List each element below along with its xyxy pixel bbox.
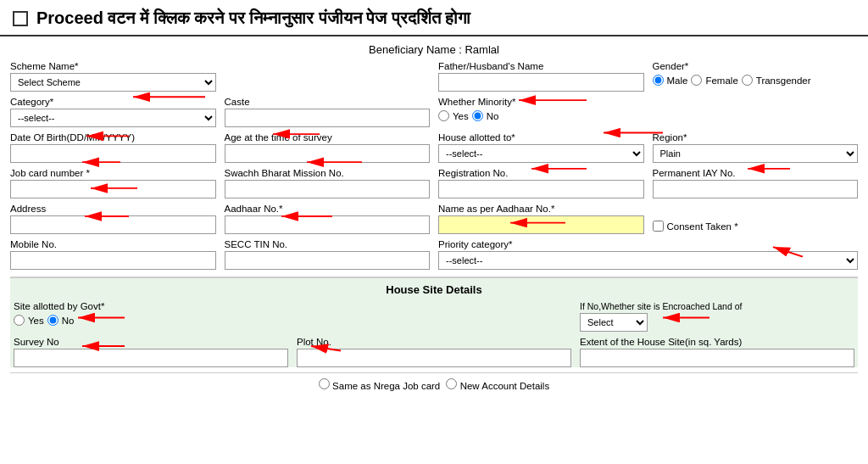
encroached-select[interactable]: Select: [580, 313, 648, 332]
consent-group: Consent Taken *: [653, 204, 859, 234]
job-card-input[interactable]: [10, 180, 216, 198]
new-account-radio[interactable]: [446, 378, 457, 389]
minority-no-radio[interactable]: [472, 110, 483, 121]
nrega-radio[interactable]: [319, 378, 330, 389]
house-site-title: House Site Details: [10, 283, 858, 296]
gender-male-label: Male: [667, 75, 688, 86]
site-yes-label: Yes: [28, 316, 44, 326]
scheme-name-label: Scheme Name*: [10, 61, 216, 71]
minority-no-label: No: [487, 111, 499, 121]
consent-label: Consent Taken *: [667, 221, 738, 232]
registration-group: Registration No.: [438, 168, 644, 198]
gender-male-radio[interactable]: [653, 75, 664, 86]
header-title: Proceed वटन में क्लिक करने पर निम्नानुसा…: [36, 8, 471, 28]
registration-input[interactable]: [438, 180, 644, 198]
father-name-group: Father/Husband's Name: [438, 61, 644, 92]
gender-transgender-radio[interactable]: [742, 75, 753, 86]
extent-input[interactable]: [580, 349, 854, 367]
category-label: Category*: [10, 97, 216, 107]
swachh-input[interactable]: [225, 180, 431, 198]
caste-input[interactable]: [225, 109, 431, 127]
category-select[interactable]: --select--: [10, 109, 216, 127]
encroached-group: If No,Whether site is Encroached Land of…: [580, 301, 854, 332]
site-allotted-no-radio[interactable]: [47, 315, 58, 326]
priority-select[interactable]: --select--: [438, 251, 858, 270]
scheme-name-group: Scheme Name* Select Scheme: [10, 61, 216, 92]
plot-no-input[interactable]: [297, 349, 571, 367]
swachh-group: Swachh Bharat Mission No.: [225, 168, 431, 198]
spacer1: [225, 61, 431, 92]
father-name-input[interactable]: [438, 73, 644, 92]
site-allotted-label: Site allotted by Govt*: [14, 301, 288, 311]
gender-female-label: Female: [705, 75, 737, 86]
site-allotted-group: Site allotted by Govt* Yes No: [14, 301, 288, 332]
house-site-grid: Site allotted by Govt* Yes No If No,Whet…: [10, 301, 858, 367]
age-group: Age at the time of survey: [225, 132, 431, 163]
minority-label: Whether Minority*: [438, 97, 644, 107]
nrega-label: Same as Nrega Job card: [332, 381, 440, 391]
form-grid: Scheme Name* Select Scheme Father/Husban…: [10, 61, 858, 270]
gender-female-radio[interactable]: [691, 75, 702, 86]
dob-input[interactable]: [10, 144, 216, 163]
region-label: Region*: [653, 132, 859, 143]
father-name-label: Father/Husband's Name: [438, 61, 644, 71]
name-aadhaar-group: Name as per Aadhaar No.*: [438, 204, 644, 234]
swachh-label: Swachh Bharat Mission No.: [225, 168, 431, 178]
age-label: Age at the time of survey: [225, 132, 431, 143]
consent-row: Consent Taken *: [653, 221, 859, 232]
header-checkbox: [13, 11, 28, 26]
address-label: Address: [10, 204, 216, 214]
house-allotted-label: House allotted to*: [438, 132, 644, 143]
house-allotted-group: House allotted to* --select--: [438, 132, 644, 163]
header-section: Proceed वटन में क्लिक करने पर निम्नानुसा…: [0, 0, 868, 36]
spacer3: [297, 301, 571, 332]
priority-label: Priority category*: [438, 239, 858, 249]
address-input[interactable]: [10, 215, 216, 234]
permanent-iay-input[interactable]: [653, 180, 859, 198]
job-card-group: Job card number *: [10, 168, 216, 198]
registration-label: Registration No.: [438, 168, 644, 178]
age-input[interactable]: [225, 144, 431, 163]
aadhaar-label: Aadhaar No.*: [225, 204, 431, 214]
scheme-name-select[interactable]: Select Scheme: [10, 73, 216, 92]
minority-radio-group: Yes No: [438, 109, 644, 121]
house-site-section: House Site Details: [10, 277, 858, 367]
job-card-label: Job card number *: [10, 168, 216, 178]
secc-group: SECC TIN No.: [225, 239, 431, 270]
mobile-input[interactable]: [10, 251, 216, 270]
priority-group: Priority category* --select--: [438, 239, 858, 270]
name-aadhaar-input[interactable]: [438, 215, 644, 234]
site-no-label: No: [62, 316, 75, 326]
extent-group: Extent of the House Site(in sq. Yards): [580, 337, 854, 367]
secc-input[interactable]: [225, 251, 431, 270]
mobile-label: Mobile No.: [10, 239, 216, 249]
category-group: Category* --select--: [10, 97, 216, 127]
caste-group: Caste: [225, 97, 431, 127]
minority-yes-label: Yes: [453, 111, 469, 121]
region-select[interactable]: Plain: [653, 144, 859, 163]
aadhaar-group: Aadhaar No.*: [225, 204, 431, 234]
house-allotted-select[interactable]: --select--: [438, 144, 644, 163]
minority-group: Whether Minority* Yes No: [438, 97, 644, 127]
new-account-label: New Account Details: [460, 381, 549, 391]
site-allotted-radio-group: Yes No: [14, 313, 288, 326]
name-aadhaar-label: Name as per Aadhaar No.*: [438, 204, 644, 214]
survey-no-group: Survey No: [14, 337, 288, 367]
gender-radio-group: Male Female Transgender: [653, 73, 859, 86]
consent-checkbox[interactable]: [653, 221, 664, 232]
survey-no-input[interactable]: [14, 349, 288, 367]
minority-yes-radio[interactable]: [438, 110, 449, 121]
extent-label: Extent of the House Site(in sq. Yards): [580, 337, 854, 347]
plot-no-group: Plot No.: [297, 337, 571, 367]
aadhaar-input[interactable]: [225, 215, 431, 234]
gender-transgender-label: Transgender: [756, 75, 811, 86]
permanent-iay-group: Permanent IAY No.: [653, 168, 859, 198]
mobile-group: Mobile No.: [10, 239, 216, 270]
beneficiary-name: Beneficiary Name : Ramlal: [10, 43, 858, 56]
main-form: Beneficiary Name : Ramlal: [0, 36, 868, 403]
dob-group: Date Of Birth(DD/MM/YYYY): [10, 132, 216, 163]
dob-label: Date Of Birth(DD/MM/YYYY): [10, 132, 216, 143]
survey-no-label: Survey No: [14, 337, 288, 347]
caste-label: Caste: [225, 97, 431, 107]
site-allotted-yes-radio[interactable]: [14, 315, 25, 326]
